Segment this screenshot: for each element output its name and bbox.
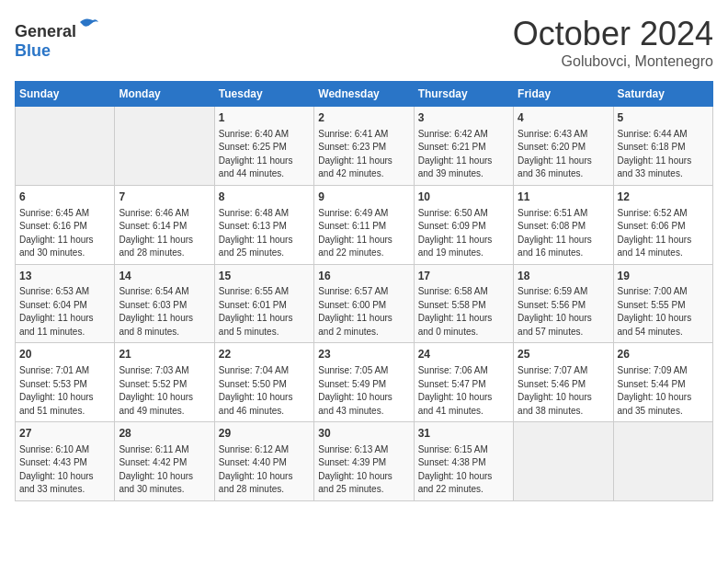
logo-blue: Blue (15, 41, 51, 60)
day-info: Sunrise: 7:09 AMSunset: 5:44 PMDaylight:… (618, 364, 709, 418)
calendar-day-2: 2Sunrise: 6:41 AMSunset: 6:23 PMDaylight… (314, 107, 414, 186)
calendar-week-row: 27Sunrise: 6:10 AMSunset: 4:43 PMDayligh… (16, 422, 713, 501)
day-info: Sunrise: 6:53 AMSunset: 6:04 PMDaylight:… (19, 285, 110, 339)
day-info: Sunrise: 6:48 AMSunset: 6:13 PMDaylight:… (219, 207, 310, 260)
day-info: Sunrise: 7:00 AMSunset: 5:55 PMDaylight:… (618, 285, 709, 339)
day-info: Sunrise: 6:41 AMSunset: 6:23 PMDaylight:… (318, 128, 409, 181)
day-number: 12 (618, 190, 709, 205)
day-info: Sunrise: 6:51 AMSunset: 6:08 PMDaylight:… (518, 207, 609, 260)
empty-cell (16, 107, 115, 186)
day-number: 17 (418, 269, 509, 284)
day-info: Sunrise: 6:59 AMSunset: 5:56 PMDaylight:… (518, 285, 609, 339)
calendar-day-3: 3Sunrise: 6:42 AMSunset: 6:21 PMDaylight… (414, 107, 513, 186)
day-info: Sunrise: 6:45 AMSunset: 6:16 PMDaylight:… (19, 207, 110, 260)
day-number: 1 (219, 110, 310, 126)
weekday-header-saturday: Saturday (613, 82, 712, 107)
weekday-header-wednesday: Wednesday (314, 82, 414, 107)
day-number: 11 (518, 190, 609, 205)
day-info: Sunrise: 6:11 AMSunset: 4:42 PMDaylight:… (119, 443, 210, 497)
title-section: October 2024 Golubovci, Montenegro (513, 15, 713, 70)
day-number: 2 (318, 110, 409, 126)
day-number: 20 (19, 347, 110, 362)
calendar-day-7: 7Sunrise: 6:46 AMSunset: 6:14 PMDaylight… (115, 185, 214, 264)
weekday-header-thursday: Thursday (414, 82, 513, 107)
calendar-day-26: 26Sunrise: 7:09 AMSunset: 5:44 PMDayligh… (613, 343, 712, 422)
day-info: Sunrise: 7:03 AMSunset: 5:52 PMDaylight:… (119, 364, 210, 418)
day-info: Sunrise: 6:10 AMSunset: 4:43 PMDaylight:… (19, 443, 110, 497)
day-number: 22 (219, 347, 310, 362)
day-info: Sunrise: 6:40 AMSunset: 6:25 PMDaylight:… (219, 128, 310, 181)
calendar-day-13: 13Sunrise: 6:53 AMSunset: 6:04 PMDayligh… (16, 264, 115, 343)
day-info: Sunrise: 6:55 AMSunset: 6:01 PMDaylight:… (219, 285, 310, 339)
calendar-week-row: 1Sunrise: 6:40 AMSunset: 6:25 PMDaylight… (16, 107, 713, 186)
calendar-week-row: 6Sunrise: 6:45 AMSunset: 6:16 PMDaylight… (16, 185, 713, 264)
day-number: 19 (618, 269, 709, 284)
calendar-day-23: 23Sunrise: 7:05 AMSunset: 5:49 PMDayligh… (314, 343, 414, 422)
logo-bird-icon (78, 15, 100, 37)
day-number: 26 (618, 347, 709, 362)
calendar-day-18: 18Sunrise: 6:59 AMSunset: 5:56 PMDayligh… (514, 264, 613, 343)
day-info: Sunrise: 7:01 AMSunset: 5:53 PMDaylight:… (19, 364, 110, 418)
day-number: 7 (119, 190, 210, 205)
day-number: 5 (618, 110, 709, 126)
calendar-day-20: 20Sunrise: 7:01 AMSunset: 5:53 PMDayligh… (16, 343, 115, 422)
calendar-week-row: 20Sunrise: 7:01 AMSunset: 5:53 PMDayligh… (16, 343, 713, 422)
day-info: Sunrise: 6:52 AMSunset: 6:06 PMDaylight:… (618, 207, 709, 260)
calendar-day-27: 27Sunrise: 6:10 AMSunset: 4:43 PMDayligh… (16, 422, 115, 501)
day-number: 13 (19, 269, 110, 284)
day-number: 6 (19, 190, 110, 205)
day-number: 3 (418, 110, 509, 126)
empty-cell (514, 422, 613, 501)
day-number: 10 (418, 190, 509, 205)
day-number: 16 (318, 269, 409, 284)
day-number: 24 (418, 347, 509, 362)
weekday-header-row: SundayMondayTuesdayWednesdayThursdayFrid… (16, 82, 713, 107)
calendar-day-9: 9Sunrise: 6:49 AMSunset: 6:11 PMDaylight… (314, 185, 414, 264)
day-info: Sunrise: 6:13 AMSunset: 4:39 PMDaylight:… (318, 443, 409, 497)
day-number: 14 (119, 269, 210, 284)
day-number: 23 (318, 347, 409, 362)
day-number: 21 (119, 347, 210, 362)
weekday-header-monday: Monday (115, 82, 214, 107)
day-info: Sunrise: 6:49 AMSunset: 6:11 PMDaylight:… (318, 207, 409, 260)
logo-general: General (15, 22, 76, 40)
day-number: 8 (219, 190, 310, 205)
day-info: Sunrise: 6:42 AMSunset: 6:21 PMDaylight:… (418, 128, 509, 181)
day-number: 18 (518, 269, 609, 284)
empty-cell (613, 422, 712, 501)
calendar-day-6: 6Sunrise: 6:45 AMSunset: 6:16 PMDaylight… (16, 185, 115, 264)
calendar-day-16: 16Sunrise: 6:57 AMSunset: 6:00 PMDayligh… (314, 264, 414, 343)
day-info: Sunrise: 6:54 AMSunset: 6:03 PMDaylight:… (119, 285, 210, 339)
day-info: Sunrise: 6:46 AMSunset: 6:14 PMDaylight:… (119, 207, 210, 260)
calendar-day-10: 10Sunrise: 6:50 AMSunset: 6:09 PMDayligh… (414, 185, 513, 264)
location-subtitle: Golubovci, Montenegro (513, 53, 713, 70)
calendar-table: SundayMondayTuesdayWednesdayThursdayFrid… (15, 81, 713, 501)
weekday-header-tuesday: Tuesday (214, 82, 313, 107)
day-number: 27 (19, 426, 110, 442)
day-number: 25 (518, 347, 609, 362)
calendar-week-row: 13Sunrise: 6:53 AMSunset: 6:04 PMDayligh… (16, 264, 713, 343)
day-info: Sunrise: 7:07 AMSunset: 5:46 PMDaylight:… (518, 364, 609, 418)
empty-cell (115, 107, 214, 186)
page-header: General Blue October 2024 Golubovci, Mon… (15, 15, 713, 70)
calendar-day-4: 4Sunrise: 6:43 AMSunset: 6:20 PMDaylight… (514, 107, 613, 186)
day-info: Sunrise: 7:04 AMSunset: 5:50 PMDaylight:… (219, 364, 310, 418)
day-info: Sunrise: 6:12 AMSunset: 4:40 PMDaylight:… (219, 443, 310, 497)
calendar-day-14: 14Sunrise: 6:54 AMSunset: 6:03 PMDayligh… (115, 264, 214, 343)
day-info: Sunrise: 6:58 AMSunset: 5:58 PMDaylight:… (418, 285, 509, 339)
day-info: Sunrise: 7:06 AMSunset: 5:47 PMDaylight:… (418, 364, 509, 418)
day-info: Sunrise: 7:05 AMSunset: 5:49 PMDaylight:… (318, 364, 409, 418)
calendar-day-11: 11Sunrise: 6:51 AMSunset: 6:08 PMDayligh… (514, 185, 613, 264)
calendar-day-31: 31Sunrise: 6:15 AMSunset: 4:38 PMDayligh… (414, 422, 513, 501)
calendar-day-19: 19Sunrise: 7:00 AMSunset: 5:55 PMDayligh… (613, 264, 712, 343)
day-info: Sunrise: 6:44 AMSunset: 6:18 PMDaylight:… (618, 128, 709, 181)
day-info: Sunrise: 6:15 AMSunset: 4:38 PMDaylight:… (418, 443, 509, 497)
calendar-day-17: 17Sunrise: 6:58 AMSunset: 5:58 PMDayligh… (414, 264, 513, 343)
calendar-day-12: 12Sunrise: 6:52 AMSunset: 6:06 PMDayligh… (613, 185, 712, 264)
day-number: 30 (318, 426, 409, 442)
calendar-day-1: 1Sunrise: 6:40 AMSunset: 6:25 PMDaylight… (214, 107, 313, 186)
calendar-day-24: 24Sunrise: 7:06 AMSunset: 5:47 PMDayligh… (414, 343, 513, 422)
calendar-day-22: 22Sunrise: 7:04 AMSunset: 5:50 PMDayligh… (214, 343, 313, 422)
day-number: 28 (119, 426, 210, 442)
month-title: October 2024 (513, 15, 713, 53)
